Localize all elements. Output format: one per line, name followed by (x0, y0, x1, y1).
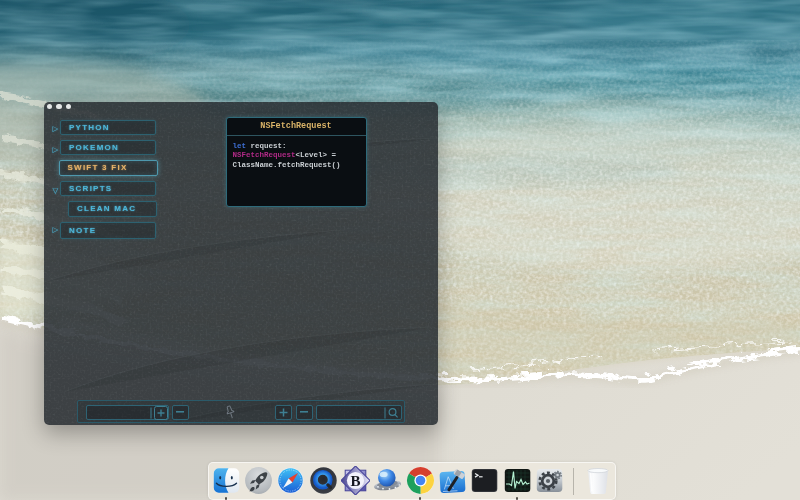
svg-text:B: B (350, 472, 360, 488)
